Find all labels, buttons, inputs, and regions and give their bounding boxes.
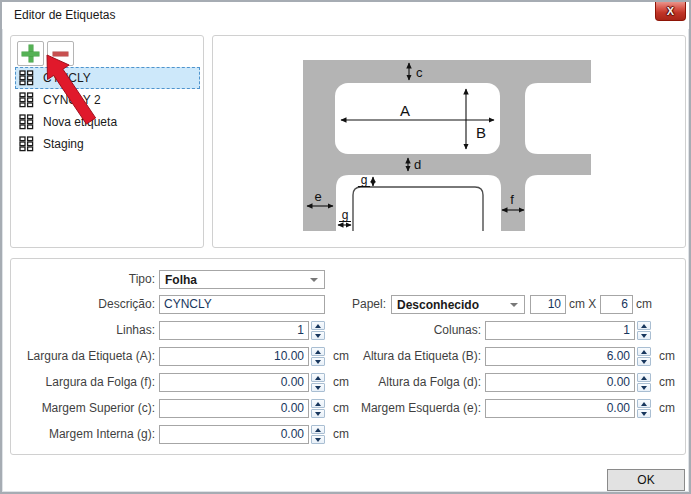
chevron-down-icon — [310, 278, 318, 282]
triangle-down-icon — [641, 412, 647, 416]
spinner-up-button[interactable] — [637, 373, 651, 382]
spinner-down-button[interactable] — [311, 435, 325, 444]
margem-interna-spinner — [311, 425, 325, 444]
titlebar: Editor de Etiquetas X — [2, 2, 689, 29]
list-item-label: Nova etiqueta — [43, 115, 117, 129]
grid-icon — [19, 114, 34, 130]
spinner-down-button[interactable] — [637, 331, 651, 340]
chevron-down-icon — [510, 303, 518, 307]
list-item[interactable]: CYNCLY — [15, 67, 200, 89]
triangle-up-icon — [641, 376, 647, 380]
ok-button[interactable]: OK — [607, 469, 685, 491]
papel-label: Papel: — [311, 295, 386, 314]
spinner-up-button[interactable] — [637, 399, 651, 408]
x-icon: X — [667, 6, 674, 17]
altura-etiqueta-label: Altura da Etiqueta (B): — [311, 347, 481, 366]
plus-icon — [22, 45, 39, 62]
dialog-title: Editor de Etiquetas — [14, 8, 115, 22]
label-layout-diagram: c A B d e f g g — [213, 36, 685, 247]
list-item-label: CYNCLY — [43, 71, 91, 85]
colunas-label: Colunas: — [341, 321, 481, 340]
colunas-input[interactable]: 1 — [485, 321, 635, 340]
descricao-label: Descrição: — [11, 295, 155, 314]
largura-etiqueta-label: Largura da Etiqueta (A): — [11, 347, 155, 366]
linhas-input[interactable]: 1 — [159, 321, 309, 340]
altura-folga-input[interactable]: 0.00 — [485, 373, 635, 392]
altura-folga-unit: cm — [659, 373, 675, 392]
spinner-up-button[interactable] — [311, 321, 325, 330]
linhas-label: Linhas: — [11, 321, 155, 340]
spinner-up-button[interactable] — [637, 347, 651, 356]
colunas-spinner — [637, 321, 651, 340]
remove-label-button[interactable] — [47, 41, 74, 66]
list-item[interactable]: Staging — [15, 133, 200, 155]
margem-esquerda-label: Margem Esquerda (e): — [311, 399, 481, 418]
papel-width-input[interactable]: 10 — [530, 295, 566, 314]
margem-interna-input[interactable]: 0.00 — [159, 425, 309, 444]
diagram-letter-c: c — [416, 65, 423, 80]
largura-folga-label: Largura da Folga (f): — [11, 373, 155, 392]
margem-superior-label: Margem Superior (c): — [11, 399, 155, 418]
grid-icon — [19, 92, 34, 108]
triangle-down-icon — [641, 334, 647, 338]
triangle-down-icon — [315, 438, 321, 442]
papel-select[interactable]: Desconhecido — [391, 295, 525, 314]
grid-icon — [19, 70, 34, 86]
labels-list-panel: CYNCLY CYNCLY 2 — [10, 35, 204, 248]
triangle-down-icon — [315, 334, 321, 338]
diagram-letter-g-left: g — [342, 208, 349, 222]
margem-esquerda-spinner — [637, 399, 651, 418]
spinner-up-button[interactable] — [637, 321, 651, 330]
triangle-down-icon — [641, 386, 647, 390]
papel-value: Desconhecido — [397, 297, 479, 313]
label-editor-dialog: Editor de Etiquetas X CYNCLY — [0, 0, 691, 494]
papel-unit2-label: cm — [636, 295, 652, 314]
margem-superior-input[interactable]: 0.00 — [159, 399, 309, 418]
label-layout-diagram-panel: c A B d e f g g — [212, 35, 686, 248]
diagram-letter-A: A — [400, 102, 410, 119]
altura-folga-spinner — [637, 373, 651, 392]
margem-interna-unit: cm — [333, 425, 349, 444]
triangle-up-icon — [641, 350, 647, 354]
spinner-up-button[interactable] — [311, 425, 325, 434]
triangle-up-icon — [315, 428, 321, 432]
altura-etiqueta-unit: cm — [659, 347, 675, 366]
linhas-spinner — [311, 321, 325, 340]
diagram-letter-B: B — [476, 124, 486, 141]
margem-esquerda-input[interactable]: 0.00 — [485, 399, 635, 418]
list-item[interactable]: CYNCLY 2 — [15, 89, 200, 111]
papel-unit1-label: cm X — [569, 295, 596, 314]
altura-etiqueta-spinner — [637, 347, 651, 366]
add-label-button[interactable] — [17, 41, 44, 66]
triangle-up-icon — [641, 402, 647, 406]
altura-folga-label: Altura da Folga (d): — [311, 373, 481, 392]
list-item-label: Staging — [43, 137, 84, 151]
spinner-down-button[interactable] — [311, 331, 325, 340]
largura-etiqueta-input[interactable]: 10.00 — [159, 347, 309, 366]
spinner-down-button[interactable] — [637, 357, 651, 366]
triangle-up-icon — [315, 324, 321, 328]
close-button[interactable]: X — [655, 2, 686, 21]
diagram-letter-e: e — [314, 189, 321, 204]
diagram-letter-d: d — [414, 157, 421, 172]
diagram-letter-g-top: g — [361, 173, 368, 187]
spinner-down-button[interactable] — [637, 409, 651, 418]
tipo-label: Tipo: — [11, 270, 155, 289]
triangle-down-icon — [641, 360, 647, 364]
spinner-down-button[interactable] — [637, 383, 651, 392]
tipo-select[interactable]: Folha — [159, 270, 325, 289]
margem-interna-label: Margem Interna (g): — [11, 425, 155, 444]
grid-icon — [19, 136, 34, 152]
labels-list: CYNCLY CYNCLY 2 — [15, 67, 200, 155]
largura-folga-input[interactable]: 0.00 — [159, 373, 309, 392]
papel-height-input[interactable]: 6 — [600, 295, 633, 314]
diagram-letter-f: f — [510, 192, 514, 207]
altura-etiqueta-input[interactable]: 6.00 — [485, 347, 635, 366]
tipo-value: Folha — [165, 272, 197, 288]
descricao-input[interactable]: CYNCLY — [159, 295, 325, 314]
margem-esquerda-unit: cm — [659, 399, 675, 418]
list-item[interactable]: Nova etiqueta — [15, 111, 200, 133]
minus-icon — [53, 52, 68, 56]
label-properties-form: Tipo: Folha Descrição: CYNCLY Papel: Des… — [10, 258, 686, 455]
list-item-label: CYNCLY 2 — [43, 93, 101, 107]
